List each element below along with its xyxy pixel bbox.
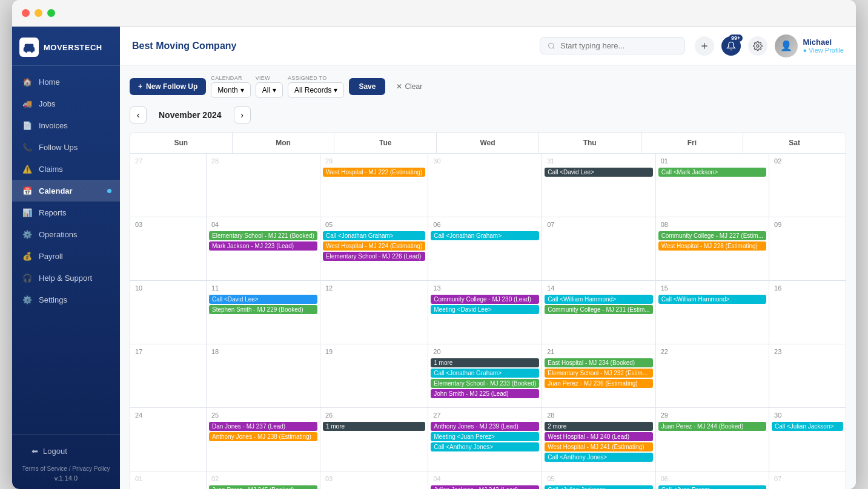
terms-link[interactable]: Terms of Service / Privacy Policy — [22, 465, 110, 472]
calendar-event[interactable]: Call <Julian Jackson> — [772, 422, 843, 431]
day-number: 03 — [323, 474, 425, 484]
cal-cell-w3-d6: 23 — [769, 344, 846, 408]
cal-cell-w1-d5: 08Community College - MJ 227 (Estim...We… — [656, 217, 769, 281]
svg-point-2 — [31, 51, 33, 53]
sidebar-item-operations[interactable]: ⚙️ Operations — [12, 223, 120, 245]
calendar-event[interactable]: Juan Perez - MJ 245 (Booked) — [209, 485, 317, 489]
sidebar-item-claims[interactable]: ⚠️ Claims — [12, 158, 120, 180]
search-input[interactable] — [560, 41, 677, 50]
sidebar-item-label: Payroll — [39, 252, 63, 261]
calendar-event[interactable]: Call <David Lee> — [209, 295, 317, 304]
calendar-event[interactable]: West Hospital - MJ 241 (Estimating) — [545, 442, 652, 451]
calendar-event[interactable]: Elementary School - MJ 232 (Estim... — [545, 369, 652, 378]
calendar-event[interactable]: West Hospital - MJ 240 (Lead) — [545, 432, 652, 441]
calendar-event[interactable]: Mark Jackson - MJ 223 (Lead) — [209, 241, 317, 251]
sidebar-item-home[interactable]: 🏠 Home — [12, 71, 120, 93]
calendar-event[interactable]: Call <Jonathan Graham> — [431, 369, 539, 378]
day-number: 07 — [545, 220, 652, 229]
calendar-event[interactable]: Dan Jones - MJ 237 (Lead) — [209, 422, 317, 431]
calendar-event[interactable]: Call <Jonathan Graham> — [323, 231, 425, 240]
sidebar-item-help[interactable]: 🎧 Help & Support — [12, 267, 120, 289]
view-label: View — [256, 75, 283, 81]
calendar-event[interactable]: Call <William Hammond> — [658, 295, 766, 304]
calendar-event[interactable]: 1 more — [431, 358, 539, 367]
calendar-event[interactable]: Anthony Jones - MJ 238 (Estimating) — [209, 432, 317, 441]
day-number: 24 — [133, 410, 204, 420]
calendar-event[interactable]: Call <William Hammond> — [545, 295, 652, 304]
calendar-event[interactable]: Stephen Smith - MJ 229 (Booked) — [209, 305, 317, 314]
cal-cell-w5-d2: 03 — [320, 471, 428, 489]
calendar-event[interactable]: Community College - MJ 227 (Estim... — [658, 231, 766, 240]
calendar-event[interactable]: Meeting <Juan Perez> — [431, 432, 539, 441]
calendar-event[interactable]: Call <Jonathan Graham> — [431, 231, 539, 240]
cal-cell-w4-d4: 282 moreWest Hospital - MJ 240 (Lead)Wes… — [542, 408, 655, 471]
calendar-event[interactable]: Anthony Jones - MJ 239 (Lead) — [431, 422, 539, 431]
maximize-button[interactable] — [47, 9, 55, 17]
day-number: 06 — [658, 474, 766, 484]
calendar-event[interactable]: Elementary School - MJ 226 (Lead) — [323, 252, 425, 261]
day-number: 02 — [772, 156, 843, 166]
sidebar-item-reports[interactable]: 📊 Reports — [12, 202, 120, 223]
sidebar-item-payroll[interactable]: 💰 Payroll — [12, 245, 120, 267]
calendar-event[interactable]: Elementary School - MJ 221 (Booked) — [209, 231, 317, 240]
search-box[interactable] — [540, 37, 685, 54]
calendar-event[interactable]: Julian Jackson - MJ 243 (Lead) — [431, 485, 539, 489]
calendar-event[interactable]: Call <Julian Jackson> — [545, 485, 652, 489]
prev-month-button[interactable]: ‹ — [130, 107, 147, 123]
clear-button[interactable]: ✕ Clear — [390, 78, 428, 95]
cal-cell-w2-d5: 15Call <William Hammond> — [656, 281, 769, 344]
day-number: 20 — [431, 347, 539, 356]
new-follow-up-button[interactable]: + New Follow Up — [130, 78, 206, 95]
calendar-event[interactable]: 1 more — [323, 422, 425, 431]
cal-cell-w5-d6: 07 — [769, 471, 846, 489]
day-number: 31 — [545, 156, 652, 166]
calendar-event[interactable]: Community College - MJ 230 (Lead) — [431, 295, 539, 304]
calendar-event[interactable]: John Smith - MJ 225 (Lead) — [431, 389, 539, 398]
logout-button[interactable]: ⬅ Logout — [22, 442, 110, 461]
cal-cell-w5-d1: 02Juan Perez - MJ 245 (Booked) — [207, 471, 320, 489]
calendar-event[interactable]: West Hospital - MJ 228 (Estimating) — [658, 241, 766, 251]
calendar-event[interactable]: West Hospital - MJ 222 (Estimating) — [323, 168, 425, 177]
calendar-event[interactable]: Juan Perez - MJ 236 (Estimating) — [545, 379, 652, 388]
user-info[interactable]: 👤 Michael ● View Profile — [775, 34, 844, 57]
cal-cell-w2-d4: 14Call <William Hammond>Community Colleg… — [542, 281, 655, 344]
calendar-event[interactable]: East Hospital - MJ 234 (Booked) — [545, 358, 652, 367]
day-header-sun: Sun — [130, 133, 233, 153]
assigned-select[interactable]: All Records ▾ — [288, 82, 344, 98]
day-number: 29 — [658, 410, 766, 420]
sidebar-item-follow-ups[interactable]: 📞 Follow Ups — [12, 136, 120, 158]
cal-cell-w1-d0: 03 — [130, 217, 207, 281]
sidebar-item-label: Reports — [39, 208, 67, 217]
view-select[interactable]: All ▾ — [256, 82, 283, 98]
sidebar-item-settings[interactable]: ⚙️ Settings — [12, 289, 120, 310]
view-profile-link[interactable]: View Profile — [809, 47, 844, 54]
calendar-event[interactable]: Call <Anthony Jones> — [545, 453, 652, 462]
next-month-button[interactable]: › — [234, 107, 251, 123]
day-header-sat: Sat — [743, 133, 846, 153]
calendar-event[interactable]: Call <Mark Jackson> — [658, 168, 766, 177]
calendar-select[interactable]: Month ▾ — [211, 82, 250, 98]
calendar-event[interactable]: Elementary School - MJ 233 (Booked) — [431, 379, 539, 388]
minimize-button[interactable] — [35, 9, 42, 17]
calendar-event[interactable]: Juan Perez - MJ 244 (Booked) — [658, 422, 766, 431]
cal-cell-w2-d3: 13Community College - MJ 230 (Lead)Meeti… — [428, 281, 542, 344]
sidebar-item-calendar[interactable]: 📅 Calendar — [12, 180, 120, 202]
add-button[interactable] — [695, 36, 714, 56]
day-number: 15 — [658, 283, 766, 293]
calendar-event[interactable]: Call <David Lee> — [545, 168, 652, 177]
day-header-wed: Wed — [437, 133, 539, 153]
calendar-event[interactable]: 2 more — [545, 422, 652, 431]
settings-button[interactable] — [748, 36, 767, 56]
calendar-event[interactable]: Community College - MJ 231 (Estim... — [545, 305, 652, 314]
close-button[interactable] — [22, 9, 30, 17]
sidebar-item-label: Operations — [39, 230, 78, 239]
calendar-event[interactable]: Call <Juan Perez> — [658, 485, 766, 489]
calendar-event[interactable]: Meeting <David Lee> — [431, 305, 539, 314]
sidebar-item-invoices[interactable]: 📄 Invoices — [12, 114, 120, 136]
sidebar-item-jobs[interactable]: 🚚 Jobs — [12, 93, 120, 114]
day-number: 30 — [431, 156, 539, 166]
calendar-event[interactable]: West Hospital - MJ 224 (Estimating) — [323, 241, 425, 251]
calendar-event[interactable]: Call <Anthony Jones> — [431, 442, 539, 451]
save-button[interactable]: Save — [349, 78, 385, 95]
notification-button[interactable]: 99+ — [721, 36, 741, 56]
